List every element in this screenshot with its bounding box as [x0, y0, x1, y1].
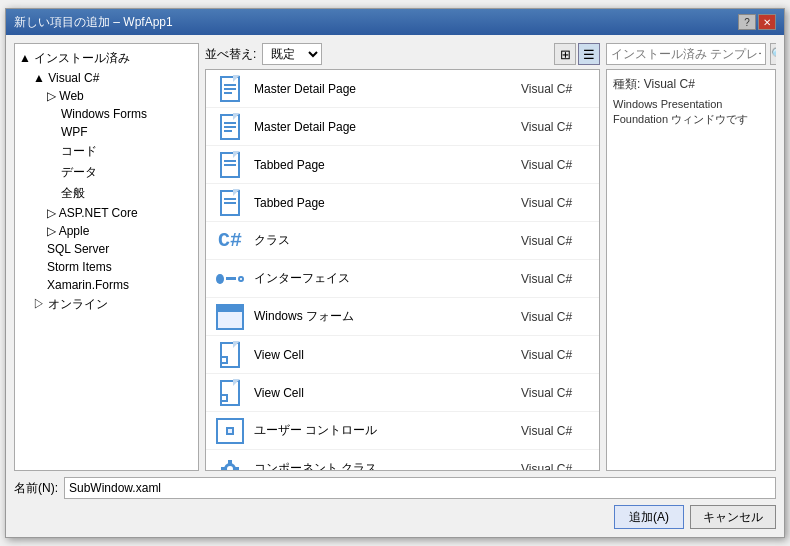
item-icon: [214, 187, 246, 219]
item-name: クラス: [254, 232, 511, 249]
dialog-window: 新しい項目の追加 – WpfApp1 ? ✕ ▲ インストール済み ▲ Visu…: [5, 8, 785, 538]
item-icon: [214, 339, 246, 371]
item-icon: [214, 263, 246, 295]
sidebar-item-apple[interactable]: ▷ Apple: [15, 222, 198, 240]
item-name: Master Detail Page: [254, 120, 511, 134]
list-item[interactable]: インターフェイス Visual C#: [206, 260, 599, 298]
toolbar-row: 並べ替え: 既定 ⊞ ☰: [205, 43, 600, 65]
title-controls: ? ✕: [738, 14, 776, 30]
item-icon: C#: [214, 225, 246, 257]
item-icon: [214, 149, 246, 181]
sidebar-item-windows-forms[interactable]: Windows Forms: [15, 105, 198, 123]
dialog-content: ▲ インストール済み ▲ Visual C# ▷ Web Windows For…: [6, 35, 784, 537]
add-button[interactable]: 追加(A): [614, 505, 684, 529]
list-item[interactable]: View Cell Visual C#: [206, 374, 599, 412]
item-icon: [214, 111, 246, 143]
sidebar-item-online[interactable]: ▷ オンライン: [15, 294, 198, 315]
item-name: View Cell: [254, 348, 511, 362]
item-name: Master Detail Page: [254, 82, 511, 96]
item-name: View Cell: [254, 386, 511, 400]
sidebar[interactable]: ▲ インストール済み ▲ Visual C# ▷ Web Windows For…: [14, 43, 199, 471]
item-icon: [214, 415, 246, 447]
item-icon: [214, 73, 246, 105]
item-name: Tabbed Page: [254, 196, 511, 210]
item-name: コンポーネント クラス: [254, 460, 511, 471]
item-icon: [214, 301, 246, 333]
kind-label: 種類:: [613, 77, 640, 91]
list-item[interactable]: Master Detail Page Visual C#: [206, 108, 599, 146]
item-lang: Visual C#: [521, 310, 591, 324]
sidebar-item-code[interactable]: コード: [15, 141, 198, 162]
info-box: 種類: Visual C# Windows Presentation Found…: [606, 69, 776, 471]
cancel-button[interactable]: キャンセル: [690, 505, 776, 529]
item-icon: [214, 377, 246, 409]
close-button[interactable]: ✕: [758, 14, 776, 30]
grid-icon: ⊞: [560, 47, 571, 62]
list-item[interactable]: View Cell Visual C#: [206, 336, 599, 374]
item-lang: Visual C#: [521, 424, 591, 438]
item-lang: Visual C#: [521, 386, 591, 400]
sidebar-item-xamarin[interactable]: Xamarin.Forms: [15, 276, 198, 294]
help-button[interactable]: ?: [738, 14, 756, 30]
list-icon: ☰: [583, 47, 595, 62]
grid-view-button[interactable]: ⊞: [554, 43, 576, 65]
item-name: Tabbed Page: [254, 158, 511, 172]
list-item[interactable]: コンポーネント クラス Visual C#: [206, 450, 599, 471]
search-icon: 🔍: [771, 47, 776, 61]
list-view-button[interactable]: ☰: [578, 43, 600, 65]
item-lang: Visual C#: [521, 158, 591, 172]
main-area: 並べ替え: 既定 ⊞ ☰: [205, 43, 600, 471]
list-item[interactable]: Master Detail Page Visual C#: [206, 70, 599, 108]
item-name: Windows フォーム: [254, 308, 511, 325]
search-input[interactable]: [606, 43, 766, 65]
file-name-input[interactable]: [64, 477, 776, 499]
dialog-title: 新しい項目の追加 – WpfApp1: [14, 14, 173, 31]
sidebar-item-installed[interactable]: ▲ インストール済み: [15, 48, 198, 69]
sort-select[interactable]: 既定: [262, 43, 322, 65]
search-button[interactable]: 🔍: [770, 43, 776, 65]
list-item[interactable]: Tabbed Page Visual C#: [206, 184, 599, 222]
list-item[interactable]: Windows フォーム Visual C#: [206, 298, 599, 336]
list-item[interactable]: ユーザー コントロール Visual C#: [206, 412, 599, 450]
item-lang: Visual C#: [521, 196, 591, 210]
top-area: ▲ インストール済み ▲ Visual C# ▷ Web Windows For…: [14, 43, 776, 471]
sidebar-item-sql[interactable]: SQL Server: [15, 240, 198, 258]
info-panel: 🔍 種類: Visual C# Windows Presentation Fou…: [606, 43, 776, 471]
item-lang: Visual C#: [521, 272, 591, 286]
sidebar-item-wpf[interactable]: WPF: [15, 123, 198, 141]
sidebar-item-storm[interactable]: Storm Items: [15, 258, 198, 276]
view-buttons: ⊞ ☰: [554, 43, 600, 65]
kind-value: Visual C#: [644, 77, 695, 91]
list-item[interactable]: Tabbed Page Visual C#: [206, 146, 599, 184]
item-lang: Visual C#: [521, 82, 591, 96]
items-list[interactable]: Master Detail Page Visual C#: [205, 69, 600, 471]
search-row: 🔍: [606, 43, 776, 65]
title-bar: 新しい項目の追加 – WpfApp1 ? ✕: [6, 9, 784, 35]
button-row: 追加(A) キャンセル: [14, 505, 776, 529]
item-name: ユーザー コントロール: [254, 422, 511, 439]
bottom-area: 名前(N): 追加(A) キャンセル: [14, 477, 776, 529]
sort-label: 並べ替え:: [205, 46, 256, 63]
item-lang: Visual C#: [521, 348, 591, 362]
sidebar-item-web[interactable]: ▷ Web: [15, 87, 198, 105]
name-row: 名前(N):: [14, 477, 776, 499]
list-item[interactable]: C# クラス Visual C#: [206, 222, 599, 260]
item-lang: Visual C#: [521, 462, 591, 472]
sidebar-item-visual-csharp[interactable]: ▲ Visual C#: [15, 69, 198, 87]
sidebar-item-data[interactable]: データ: [15, 162, 198, 183]
item-lang: Visual C#: [521, 120, 591, 134]
name-label: 名前(N):: [14, 480, 58, 497]
item-name: インターフェイス: [254, 270, 511, 287]
item-lang: Visual C#: [521, 234, 591, 248]
info-description: Windows Presentation Foundation ウィンドウです: [613, 97, 769, 128]
info-kind: 種類: Visual C#: [613, 76, 769, 93]
item-icon: [214, 453, 246, 472]
sidebar-item-general[interactable]: 全般: [15, 183, 198, 204]
sidebar-item-aspnet[interactable]: ▷ ASP.NET Core: [15, 204, 198, 222]
